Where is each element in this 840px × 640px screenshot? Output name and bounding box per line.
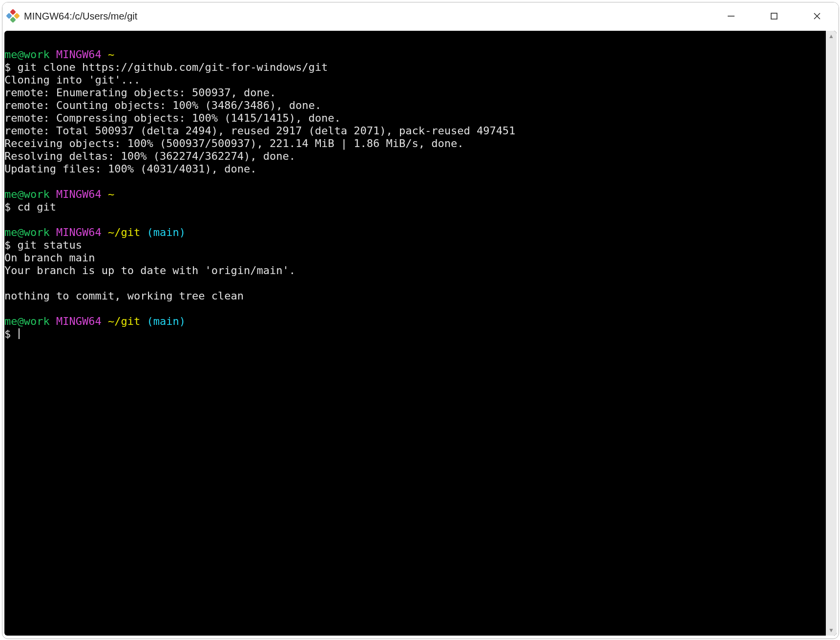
prompt-path: ~/git (108, 226, 140, 238)
prompt-line: me@work MINGW64 ~ (4, 188, 114, 200)
prompt-branch: (main) (147, 315, 185, 327)
output-text: remote: Counting objects: 100% (3486/348… (4, 99, 321, 111)
text-cursor (19, 328, 20, 339)
output-text: remote: Enumerating objects: 500937, don… (4, 86, 276, 99)
prompt-line: me@work MINGW64 ~/git (main) (4, 226, 186, 238)
output-text: Your branch is up to date with 'origin/m… (4, 264, 295, 277)
prompt-path: ~/git (108, 315, 140, 327)
window-title: MINGW64:/c/Users/me/git (24, 11, 710, 22)
command-text: $ cd git (4, 201, 56, 213)
prompt-sys: MINGW64 (56, 226, 102, 238)
output-text: Cloning into 'git'... (4, 74, 140, 86)
maximize-icon (770, 12, 778, 20)
prompt-user: me@work (4, 315, 50, 327)
scroll-down-icon[interactable]: ▼ (826, 625, 837, 636)
prompt-branch: (main) (147, 226, 185, 238)
prompt-user: me@work (4, 226, 50, 238)
output-text: remote: Compressing objects: 100% (1415/… (4, 112, 341, 124)
window: MINGW64:/c/Users/me/git me@work MINGW64 … (2, 2, 839, 639)
terminal-area: me@work MINGW64 ~ $ git clone https://gi… (4, 31, 837, 636)
prompt-line: me@work MINGW64 ~ (4, 48, 114, 61)
output-text: nothing to commit, working tree clean (4, 290, 244, 302)
output-text: Updating files: 100% (4031/4031), done. (4, 163, 257, 175)
output-text: On branch main (4, 252, 95, 264)
maximize-button[interactable] (753, 2, 796, 30)
scrollbar[interactable]: ▲ ▼ (826, 31, 837, 636)
minimize-button[interactable] (710, 2, 753, 30)
window-controls (710, 2, 839, 30)
prompt-path: ~ (108, 188, 114, 200)
command-text: $ git status (4, 239, 82, 251)
output-text: Receiving objects: 100% (500937/500937),… (4, 137, 463, 149)
prompt-path: ~ (108, 48, 114, 61)
terminal[interactable]: me@work MINGW64 ~ $ git clone https://gi… (4, 31, 826, 636)
close-icon (813, 12, 821, 20)
scroll-up-icon[interactable]: ▲ (826, 31, 837, 42)
close-button[interactable] (796, 2, 839, 30)
command-text: $ git clone https://github.com/git-for-w… (4, 61, 328, 73)
command-text: $ (4, 328, 18, 340)
minimize-icon (727, 12, 735, 20)
app-icon (7, 10, 19, 22)
output-text: Resolving deltas: 100% (362274/362274), … (4, 150, 295, 162)
prompt-sys: MINGW64 (56, 188, 102, 200)
prompt-line: me@work MINGW64 ~/git (main) (4, 315, 186, 327)
output-text: remote: Total 500937 (delta 2494), reuse… (4, 125, 515, 137)
prompt-user: me@work (4, 48, 50, 61)
prompt-sys: MINGW64 (56, 48, 102, 61)
title-bar[interactable]: MINGW64:/c/Users/me/git (2, 2, 839, 30)
prompt-user: me@work (4, 188, 50, 200)
prompt-sys: MINGW64 (56, 315, 102, 327)
svg-rect-1 (771, 13, 777, 19)
